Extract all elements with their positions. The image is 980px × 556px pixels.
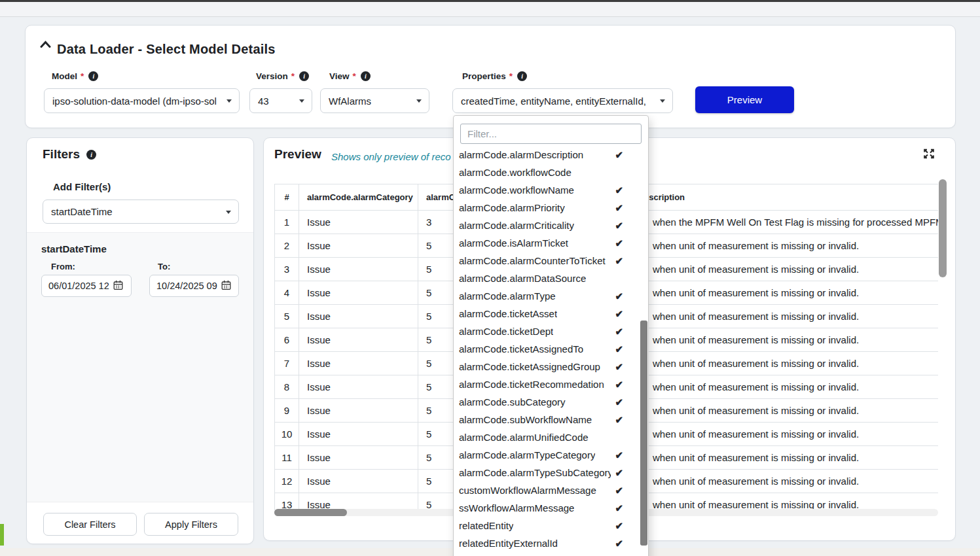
calendar-icon <box>113 280 123 292</box>
filters-card: Filters i Add Filter(s) startDateTime st… <box>26 137 254 544</box>
table-cell: Issue <box>299 281 418 305</box>
check-icon: ✔ <box>611 520 623 532</box>
dropdown-item[interactable]: alarmCode.alarmUnifiedCode <box>454 428 648 446</box>
properties-dropdown-panel: alarmCode.alarmDescription✔alarmCode.wor… <box>453 115 649 556</box>
check-icon: ✔ <box>611 379 623 391</box>
dropdown-item-label: alarmCode.ticketDept <box>459 326 553 337</box>
dropdown-filter-input[interactable] <box>460 124 642 144</box>
dropdown-item[interactable]: ssWorkflowAlarmMessage✔ <box>454 499 648 517</box>
dropdown-item-label: alarmCode.alarmTypeCategory <box>459 449 595 460</box>
table-cell: 11 <box>275 446 299 470</box>
dropdown-item[interactable]: alarmCode.workflowCode <box>454 164 648 181</box>
dropdown-scrollbar-thumb[interactable] <box>640 321 647 546</box>
table-cell: 4 <box>275 281 299 305</box>
dropdown-item[interactable]: alarmCode.subWorkflowName✔ <box>454 411 648 428</box>
dropdown-item[interactable]: alarmCode.alarmPriority✔ <box>454 199 648 217</box>
table-cell: when unit of measurement is missing or i… <box>631 470 939 493</box>
collapse-chevron-icon[interactable] <box>40 39 51 51</box>
table-cell: Issue <box>299 328 418 352</box>
table-cell: when unit of measurement is missing or i… <box>631 305 939 328</box>
table-cell: Issue <box>299 399 418 423</box>
dropdown-item[interactable]: alarmCode.alarmTypeCategory✔ <box>454 446 648 464</box>
dropdown-item[interactable]: alarmCode.alarmDataSource <box>454 269 648 287</box>
info-icon[interactable]: i <box>86 150 96 160</box>
dropdown-item-label: alarmCode.ticketRecommedation <box>459 379 604 390</box>
check-icon: ✔ <box>611 255 623 267</box>
version-select[interactable]: 43 <box>249 88 312 113</box>
dropdown-item[interactable]: alarmCode.ticketAssignedGroup✔ <box>454 358 648 375</box>
table-cell: Issue <box>299 258 418 281</box>
dropdown-item[interactable]: alarmCode.ticketAsset✔ <box>454 305 648 322</box>
to-date-input[interactable]: 10/24/2025 09 <box>149 275 239 297</box>
required-marker: * <box>509 71 513 81</box>
check-icon: ✔ <box>611 343 623 355</box>
chevron-down-icon <box>227 99 232 103</box>
dropdown-item[interactable]: alarmCode.workflowName✔ <box>454 181 648 199</box>
dropdown-item[interactable]: alarmCode.alarmCriticality✔ <box>454 217 648 234</box>
dropdown-item[interactable]: alarmCode.ticketDept✔ <box>454 322 648 340</box>
info-icon[interactable]: i <box>517 71 527 81</box>
vertical-scrollbar-thumb[interactable] <box>939 179 947 277</box>
model-select[interactable]: ipso-solution-data-model (dm-ipso-sol <box>44 88 240 113</box>
properties-dropdown-list: alarmCode.alarmDescription✔alarmCode.wor… <box>454 146 648 552</box>
from-label: From: <box>51 262 75 271</box>
dropdown-item[interactable]: relatedEntityExternalId✔ <box>454 534 648 552</box>
info-icon[interactable]: i <box>88 71 98 81</box>
calendar-icon <box>221 280 231 292</box>
view-label: View*i <box>329 71 371 81</box>
info-icon[interactable]: i <box>299 71 309 81</box>
chevron-down-icon <box>416 99 422 103</box>
dropdown-item-label: relatedEntity <box>459 520 513 531</box>
table-cell: when unit of measurement is missing or i… <box>631 375 939 399</box>
table-cell: when unit of measurement is missing or i… <box>631 352 939 375</box>
dropdown-item[interactable]: alarmCode.isAlarmTicket✔ <box>454 234 648 252</box>
check-icon: ✔ <box>611 485 623 496</box>
dropdown-item[interactable]: alarmCode.ticketRecommedation✔ <box>454 375 648 393</box>
from-date-input[interactable]: 06/01/2025 12 <box>41 275 132 297</box>
table-cell: when unit of measurement is missing or i… <box>631 281 939 305</box>
dropdown-item[interactable]: alarmCode.alarmCounterToTicket✔ <box>454 252 648 269</box>
chevron-down-icon <box>299 99 304 103</box>
column-header: # <box>275 184 299 211</box>
page: Data Loader - Select Model Details Model… <box>0 0 980 556</box>
check-icon: ✔ <box>611 538 623 549</box>
table-cell: Issue <box>299 352 418 375</box>
add-filters-label: Add Filter(s) <box>53 181 111 192</box>
dropdown-item[interactable]: alarmCode.alarmType✔ <box>454 287 648 305</box>
properties-select[interactable]: createdTime, entityName, entityExternalI… <box>452 88 673 113</box>
view-select[interactable]: WfAlarms <box>320 88 429 113</box>
table-cell: 6 <box>275 328 299 352</box>
table-cell: when unit of measurement is missing or i… <box>631 234 939 258</box>
table-cell: 2 <box>275 234 299 258</box>
dropdown-item[interactable]: alarmCode.ticketAssignedTo✔ <box>454 340 648 358</box>
clear-filters-button[interactable]: Clear Filters <box>43 513 137 536</box>
dropdown-item-label: alarmCode.alarmCriticality <box>459 220 574 231</box>
dropdown-item-label: alarmCode.subWorkflowName <box>459 414 592 425</box>
horizontal-scrollbar-thumb[interactable] <box>274 509 347 516</box>
table-cell: 13 <box>275 493 299 511</box>
dropdown-item[interactable]: alarmCode.subCategory✔ <box>454 393 648 411</box>
dropdown-item[interactable]: alarmCode.alarmDescription✔ <box>454 146 648 164</box>
table-cell: when the MPFM Well On Test Flag is missi… <box>631 211 939 234</box>
active-filter-name: startDateTime <box>41 243 107 254</box>
dropdown-item-label: alarmCode.alarmTypeSubCategory <box>459 467 611 478</box>
info-icon[interactable]: i <box>361 71 371 81</box>
dropdown-item[interactable]: alarmCode.alarmTypeSubCategory✔ <box>454 464 648 481</box>
check-icon: ✔ <box>611 467 623 479</box>
dropdown-item[interactable]: customWorkflowAlarmMessage✔ <box>454 481 648 499</box>
required-marker: * <box>81 71 84 81</box>
dropdown-item-label: ssWorkflowAlarmMessage <box>459 502 574 513</box>
table-cell: Issue <box>299 211 418 234</box>
apply-filters-button[interactable]: Apply Filters <box>144 513 238 536</box>
dropdown-item-label: alarmCode.alarmCounterToTicket <box>459 255 606 266</box>
add-filter-select[interactable]: startDateTime <box>43 200 239 224</box>
table-cell: 8 <box>275 375 299 399</box>
dropdown-item[interactable]: relatedEntity✔ <box>454 517 648 534</box>
check-icon: ✔ <box>611 220 623 232</box>
table-cell: when unit of measurement is missing or i… <box>631 493 939 511</box>
expand-fullscreen-icon[interactable] <box>921 147 937 163</box>
table-cell: 3 <box>275 258 299 281</box>
preview-button[interactable]: Preview <box>695 86 794 113</box>
top-navbar <box>0 2 980 17</box>
chevron-down-icon <box>226 211 231 214</box>
